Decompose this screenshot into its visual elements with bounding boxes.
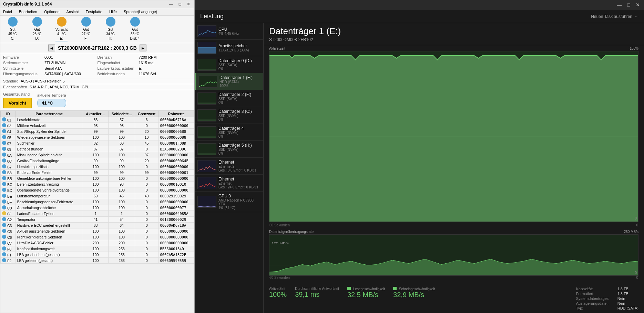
sidebar-item-3[interactable]: Datenträger 1 (E:) HDD (SATA)100%	[195, 73, 263, 90]
prev-disk-button[interactable]: ◀	[48, 45, 55, 51]
smart-id: F0	[1, 246, 16, 252]
sidebar-item-8[interactable]: Ethernet Ethernet 2Ges.: 8,0 Empf.: 0 KB…	[195, 158, 263, 175]
gesamtzustand-group: Gesamtzustand Vorsicht	[3, 92, 32, 108]
more-options-button[interactable]: ···	[635, 14, 638, 19]
tm-window-controls: — □ ✕	[617, 2, 640, 8]
smart-name: Luftstromtemperatur	[16, 193, 83, 199]
smart-worst: 99	[109, 129, 135, 135]
formatted-value: 1,8 TB	[617, 292, 638, 296]
smart-table-row: F0 Kopfpositionierungszeit 100 253 0 BE5…	[1, 246, 194, 252]
left-title: CrystalDiskInfo 9.1.1 x64	[3, 2, 52, 7]
sidebar-item-info-3: Datenträger 1 (E:) HDD (SATA)100%	[219, 75, 260, 88]
smart-worst: 100	[109, 152, 135, 158]
smart-id: 0A	[1, 152, 16, 158]
ophours-value: 11676 Std.	[139, 72, 157, 76]
sidebar-item-name-7: Datenträger 5 (H:)	[218, 143, 260, 148]
smart-name: Hardware-ECC wiederhergestellt	[16, 223, 83, 228]
interface-value: Serial ATA	[44, 66, 62, 70]
close-button[interactable]: ✕	[185, 2, 192, 7]
menu-sprache[interactable]: Sprache(Language)	[122, 9, 159, 14]
smart-raw: 001300000029	[159, 217, 194, 223]
smart-id: B7	[1, 164, 16, 170]
sidebar-item-info-2: Datenträger 0 (D:) SSD (SATA)0%	[218, 58, 260, 71]
chart2-scale-bottom: 0	[635, 271, 637, 275]
smart-raw: 0000000000000	[159, 176, 194, 182]
smart-table-row: C3 Hardware-ECC wiederhergestellt 83 64 …	[1, 223, 194, 228]
sidebar-item-2[interactable]: Datenträger 0 (D:) SSD (SATA)0%	[195, 56, 263, 73]
disk-status-item-0[interactable]: Gut 45 °C C:	[3, 17, 22, 41]
disk-status-item-2[interactable]: Vorsicht 41 °C E:	[52, 17, 71, 41]
smart-current: 99	[83, 158, 109, 164]
smart-current: 100	[83, 152, 109, 158]
svg-rect-5	[198, 136, 216, 138]
maximize-button[interactable]: □	[177, 2, 183, 7]
avg-response-label: Durchschnittliche Antwortzeit	[295, 287, 339, 291]
new-task-label[interactable]: Neuen Task ausführen	[591, 14, 632, 19]
status-text-4: Gut 34 °C H:	[106, 27, 115, 41]
smart-worst: 57	[109, 117, 135, 123]
next-disk-button[interactable]: ▶	[140, 45, 146, 51]
smart-name: Herstellerspezifisch	[16, 164, 83, 170]
smart-raw: 000000000077	[159, 205, 194, 211]
smart-raw: 0000000000000	[159, 164, 194, 170]
col-current: Aktueller ...	[83, 111, 109, 117]
smart-worst: 64	[109, 223, 135, 228]
smart-worst: 46	[109, 193, 135, 199]
smart-threshold: 6	[135, 117, 159, 123]
tm-maximize-button[interactable]: □	[627, 2, 630, 8]
smart-table-row: 04 Start/Stopp-Zyklen der Spindel 99 99 …	[1, 129, 194, 135]
sidebar-item-6[interactable]: Datenträger 4 SSD (NVMe)0%	[195, 124, 263, 141]
main-perf-view: Datenträger 1 (E:) ST2000DM008-2FR102 Ak…	[264, 23, 644, 313]
smart-id: 05	[1, 135, 16, 140]
disk-status-item-4[interactable]: Gut 34 °C H:	[101, 17, 120, 41]
smart-name: LBA gelesen (gesamt)	[16, 258, 83, 264]
menu-bar: Datei Bearbeiten Optionen Ansicht Festpl…	[0, 8, 194, 16]
chart-area: Aktive Zeit 100% 0 60	[264, 45, 644, 284]
smart-table-row: 0A Misslungene Spindelanläufe 100 100 97…	[1, 152, 194, 158]
svg-rect-6	[198, 153, 216, 155]
menu-optionen[interactable]: Optionen	[43, 9, 61, 14]
ophours-label: Betriebsstunden	[98, 72, 139, 76]
chart2-time-left: 60 Sekunden	[269, 276, 290, 280]
vorsicht-button[interactable]: Vorsicht	[3, 98, 32, 108]
smart-table-row: C7 UltraDMA-CRC-Fehler 200 200 0 0000000…	[1, 240, 194, 246]
status-dot-3	[81, 17, 91, 27]
main-perf-header: Datenträger 1 (E:) ST2000DM008-2FR102	[264, 23, 644, 45]
menu-datei[interactable]: Datei	[2, 9, 13, 14]
type-label: Typ:	[576, 306, 609, 310]
menu-hilfe[interactable]: Hilfe	[108, 9, 118, 14]
smart-name: Kopfpositionierungszeit	[16, 246, 83, 252]
smart-raw: 000000000088	[159, 135, 194, 140]
sidebar-item-7[interactable]: Datenträger 5 (H:) SSD (NVMe)0%	[195, 141, 263, 158]
disk-status-item-3[interactable]: Gut 27 °C F:	[76, 17, 95, 41]
disk-status-item-1[interactable]: Gut 28 °C D:	[28, 17, 47, 41]
tm-minimize-button[interactable]: —	[617, 2, 622, 8]
minimize-button[interactable]: —	[168, 2, 175, 7]
disk-status-item-5[interactable]: Gut 38 °C Disk 4	[125, 17, 144, 41]
smart-worst: 60	[109, 140, 135, 146]
tm-close-button[interactable]: ✕	[636, 2, 640, 8]
smart-threshold: 99	[135, 170, 159, 176]
smart-worst: 100	[109, 205, 135, 211]
smart-table-row: BF Beschleunigungssensor-Fehlerrate 100 …	[1, 199, 194, 205]
smart-threshold: 0	[135, 234, 159, 240]
smart-worst: 99	[109, 170, 135, 176]
sidebar-item-10[interactable]: GPU 0 AMD Radeon RX 7900 XTX1% (31 °C)	[195, 192, 263, 212]
smart-current: 100	[83, 187, 109, 193]
smart-threshold: 45	[135, 140, 159, 146]
menu-bearbeiten[interactable]: Bearbeiten	[18, 9, 39, 14]
menu-festplatte[interactable]: Festplatte	[84, 9, 104, 14]
write-speed-label: Schreibgeschwindigkeit	[393, 287, 435, 291]
sidebar-item-1[interactable]: Arbeitsspeicher 12,6/31,9 GB (39%)	[195, 40, 263, 56]
smart-worst: 98	[109, 182, 135, 187]
smart-id: BB	[1, 176, 16, 182]
sidebar-item-0[interactable]: CPU 4% 4,45 GHz	[195, 23, 263, 40]
smart-name: Laden/Entladen-Zyklen	[16, 211, 83, 217]
stats-row: Aktive Zeit 100% Durchschnittliche Antwo…	[264, 284, 644, 313]
smart-worst: 100	[109, 234, 135, 240]
sidebar-item-4[interactable]: Datenträger 2 (F:) SSD (SATA)0%	[195, 90, 263, 107]
sidebar-item-5[interactable]: Datenträger 3 (C:) SSD (NVMe)0%	[195, 107, 263, 124]
menu-ansicht[interactable]: Ansicht	[65, 9, 80, 14]
sidebar-item-info-0: CPU 4% 4,45 GHz	[218, 27, 260, 36]
sidebar-item-9[interactable]: Ethernet EthernetGes.: 24,0 Empf.: 0 KBi…	[195, 175, 263, 192]
